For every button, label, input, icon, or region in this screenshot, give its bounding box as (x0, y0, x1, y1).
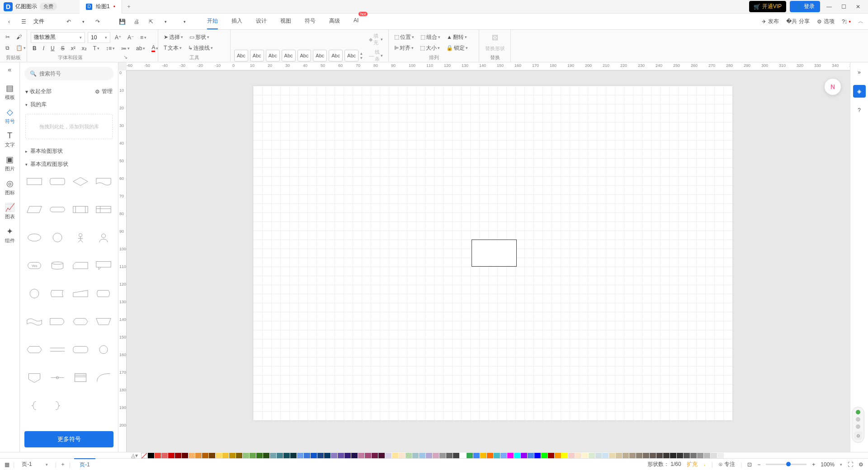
shape-decision[interactable] (71, 174, 90, 189)
shape-junction[interactable] (47, 371, 67, 385)
color-swatch[interactable] (419, 453, 425, 458)
minimize-button[interactable]: — (824, 1, 835, 12)
select-tool[interactable]: ➤ 选择 ▾ (162, 33, 185, 42)
shape-hexagon[interactable] (24, 343, 44, 357)
shape-annotation[interactable] (71, 371, 90, 385)
color-swatch[interactable] (338, 453, 344, 458)
shape-tape[interactable] (24, 315, 44, 329)
color-swatch[interactable] (433, 453, 439, 458)
section-mylib[interactable]: ▾我的库 (20, 98, 118, 111)
color-swatch[interactable] (582, 453, 588, 458)
color-swatch[interactable] (256, 453, 263, 458)
color-swatch[interactable] (487, 453, 493, 458)
color-swatch[interactable] (182, 453, 188, 458)
cut-icon[interactable]: ✂ (4, 33, 12, 41)
save-icon[interactable]: 💾 (118, 19, 127, 25)
zoom-in-icon[interactable]: + (812, 461, 815, 468)
color-swatch[interactable] (392, 453, 398, 458)
tab-insert[interactable]: 插入 (231, 14, 242, 29)
increase-font-icon[interactable]: A⁺ (113, 33, 123, 42)
color-swatch[interactable] (331, 453, 337, 458)
flip-button[interactable]: ▲ 翻转 ▾ (445, 33, 469, 42)
fill-button[interactable]: ◆ 填充 ▾ (367, 32, 385, 47)
color-swatch[interactable] (243, 453, 249, 458)
color-swatch[interactable] (555, 453, 561, 458)
widget-settings-icon[interactable]: ⚙ (854, 432, 862, 440)
color-swatch[interactable] (623, 453, 629, 458)
color-swatch[interactable] (467, 453, 473, 458)
color-swatch[interactable] (453, 453, 459, 458)
shape-data[interactable] (24, 202, 44, 217)
shape-brace-left[interactable] (24, 399, 44, 413)
style-preset-6[interactable]: Abc (313, 50, 327, 61)
list-icon[interactable]: ≔▾ (119, 44, 132, 52)
shape-predefined[interactable] (71, 202, 90, 217)
line-button[interactable]: — 线条 ▾ (367, 48, 385, 63)
export-caret[interactable]: ▾ (161, 19, 170, 24)
italic-icon[interactable]: I (41, 44, 46, 52)
text-tool[interactable]: T 文本 ▾ (162, 43, 184, 53)
color-swatch[interactable] (324, 453, 330, 458)
no-color[interactable] (141, 453, 147, 458)
color-swatch[interactable] (378, 453, 385, 458)
shape-arc[interactable] (94, 371, 113, 385)
color-swatch[interactable] (494, 453, 500, 458)
page-list-icon[interactable]: ▦ (5, 461, 9, 468)
bold-icon[interactable]: B (31, 44, 38, 52)
tab-ai[interactable]: AIhot (354, 14, 359, 29)
color-swatch[interactable] (541, 453, 547, 458)
color-swatch[interactable] (372, 453, 378, 458)
collapse-right-icon[interactable]: » (853, 66, 866, 79)
size-button[interactable]: ⬚ 大小 ▾ (418, 43, 442, 53)
group-button[interactable]: ⬚ 组合 ▾ (419, 33, 442, 42)
color-swatch[interactable] (602, 453, 609, 458)
shape-stored[interactable] (47, 287, 67, 301)
copy-icon[interactable]: ⧉ (4, 44, 11, 52)
color-swatch[interactable] (500, 453, 507, 458)
color-swatch[interactable] (290, 453, 297, 458)
color-swatch[interactable] (704, 453, 710, 458)
color-swatch[interactable] (446, 453, 453, 458)
more-symbols-button[interactable]: 更多符号 (24, 431, 113, 447)
print-icon[interactable]: 🖨 (132, 19, 141, 25)
focus-button[interactable]: ⊙ 专注 (718, 461, 735, 468)
redo-icon[interactable]: ↷ (93, 19, 102, 25)
shape-card[interactable] (71, 258, 90, 273)
shape-manual-op[interactable] (94, 315, 113, 329)
shape-document[interactable] (94, 174, 113, 189)
color-swatch[interactable] (412, 453, 419, 458)
tab-advanced[interactable]: 高级 (329, 14, 340, 29)
color-swatch[interactable] (636, 453, 642, 458)
properties-icon[interactable]: ◈ (853, 85, 866, 98)
help-icon[interactable]: ?⃝● (842, 19, 851, 25)
strike-icon[interactable]: S (59, 44, 66, 52)
color-swatch[interactable] (195, 453, 202, 458)
align-icon[interactable]: ≡▾ (138, 33, 148, 42)
shape-tool[interactable]: ▭ 形状 ▾ (188, 33, 211, 42)
mylib-dropzone[interactable]: 拖拽到此处，添加到我的库 (25, 114, 113, 139)
float-widget[interactable]: ⚙ (852, 407, 864, 443)
color-swatch[interactable] (263, 453, 269, 458)
color-swatch[interactable] (311, 453, 317, 458)
shape-callout[interactable] (94, 258, 113, 273)
color-swatch[interactable] (148, 453, 154, 458)
size-select[interactable]: 10▾ (88, 32, 110, 43)
color-swatch[interactable] (514, 453, 520, 458)
collapse-left-icon[interactable]: « (8, 66, 12, 73)
format-painter-icon[interactable]: 🖌 (14, 33, 24, 41)
publish-button[interactable]: ✈ 发布 (762, 18, 779, 25)
color-swatch[interactable] (548, 453, 554, 458)
color-swatch[interactable] (507, 453, 514, 458)
help-icon[interactable]: ? (853, 104, 866, 117)
vip-button[interactable]: 🛒 开通VIP (749, 1, 786, 12)
undo-icon[interactable]: ↶ (64, 19, 73, 25)
color-swatch[interactable] (480, 453, 486, 458)
shape-manual-input[interactable] (71, 287, 90, 301)
color-swatch[interactable] (616, 453, 622, 458)
rectangle-shape[interactable] (472, 240, 517, 267)
decrease-font-icon[interactable]: A⁻ (126, 33, 136, 42)
canvas[interactable] (127, 70, 850, 452)
color-swatch[interactable] (609, 453, 615, 458)
color-swatch[interactable] (684, 453, 690, 458)
color-swatch[interactable] (304, 453, 310, 458)
